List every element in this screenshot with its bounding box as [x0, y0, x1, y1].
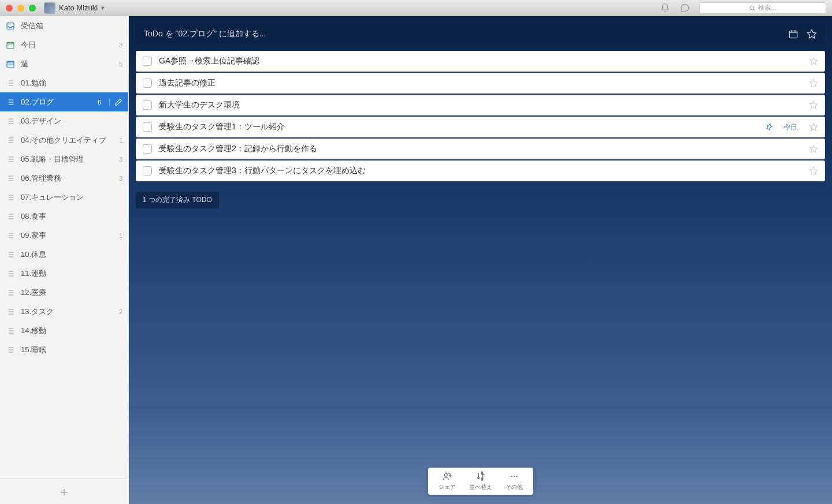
- main-panel: ToDo を "02.ブログ" に追加する... GA参照→検索上位記事確認過去…: [129, 16, 832, 504]
- svg-rect-3: [7, 61, 14, 68]
- todo-checkbox[interactable]: [143, 100, 152, 110]
- sidebar-item-list[interactable]: 14.移動: [0, 321, 128, 340]
- sidebar-item-label: 07.キュレーション: [21, 192, 117, 203]
- todo-item[interactable]: 過去記事の修正: [136, 73, 825, 94]
- list-icon: [6, 136, 15, 145]
- todo-item[interactable]: 受験生のタスク管理3：行動パターンにタスクを埋め込む: [136, 160, 825, 181]
- titlebar: Kato Mizuki ▼ 検索...: [0, 0, 832, 16]
- svg-rect-1: [7, 23, 14, 29]
- star-icon[interactable]: [807, 29, 817, 39]
- plus-icon: ＋: [58, 483, 70, 501]
- list-icon: [6, 117, 15, 126]
- todo-checkbox[interactable]: [143, 122, 152, 132]
- window-controls: [6, 5, 36, 12]
- sidebar-item-count: 3: [119, 175, 122, 182]
- completed-label: 1 つの完了済み TODO: [143, 196, 212, 204]
- list-icon: [6, 345, 15, 354]
- sidebar-item-inbox[interactable]: 受信箱: [0, 16, 128, 35]
- sort-button[interactable]: AZ 並べ替え: [464, 471, 497, 491]
- more-label: その他: [506, 483, 523, 491]
- avatar[interactable]: [44, 2, 55, 14]
- todo-item[interactable]: GA参照→検索上位記事確認: [136, 51, 825, 72]
- list-icon: [6, 174, 15, 183]
- sidebar-item-week[interactable]: 週 5: [0, 54, 128, 73]
- sidebar-item-list[interactable]: 04.その他クリエイティブ1: [0, 130, 128, 150]
- sidebar-item-label: 02.ブログ: [21, 97, 92, 107]
- list-icon: [6, 212, 15, 221]
- star-icon[interactable]: [809, 166, 818, 176]
- sort-label: 並べ替え: [469, 483, 492, 491]
- svg-point-0: [750, 6, 754, 10]
- sidebar-item-label: 10.休息: [21, 249, 117, 260]
- list-icon: [6, 307, 15, 316]
- sidebar-item-list[interactable]: 10.休息: [0, 245, 128, 264]
- todo-checkbox[interactable]: [143, 79, 152, 88]
- star-icon[interactable]: [809, 122, 818, 132]
- sidebar-item-label: 04.その他クリエイティブ: [21, 135, 113, 145]
- sidebar-item-label: 05.戦略・目標管理: [21, 154, 113, 165]
- sidebar-item-list[interactable]: 11.運動: [0, 264, 128, 283]
- list-icon: [6, 155, 15, 164]
- sidebar-item-label: 週: [21, 59, 113, 69]
- sidebar-item-list[interactable]: 05.戦略・目標管理3: [0, 150, 128, 169]
- calendar-week-icon: [6, 59, 15, 69]
- todo-title: 新大学生のデスク環境: [159, 100, 797, 110]
- todo-title: 受験生のタスク管理2：記録から行動を作る: [159, 144, 797, 154]
- edit-list-icon[interactable]: [109, 98, 122, 106]
- close-window-button[interactable]: [6, 5, 13, 12]
- sidebar-item-label: 今日: [21, 40, 113, 50]
- chat-icon[interactable]: [679, 3, 690, 13]
- add-todo-placeholder: ToDo を "02.ブログ" に追加する...: [144, 29, 780, 39]
- sidebar-item-list[interactable]: 03.デザイン: [0, 111, 128, 130]
- sidebar-item-today[interactable]: 今日 3: [0, 35, 128, 54]
- account-menu[interactable]: Kato Mizuki ▼: [59, 3, 105, 12]
- add-todo-input[interactable]: ToDo を "02.ブログ" に追加する...: [136, 23, 825, 45]
- search-input[interactable]: 検索...: [699, 2, 826, 14]
- pin-icon: [765, 123, 773, 131]
- minimize-window-button[interactable]: [17, 5, 24, 12]
- sidebar-item-list[interactable]: 15.睡眠: [0, 340, 128, 359]
- todo-title: GA参照→検索上位記事確認: [159, 56, 797, 66]
- todo-checkbox[interactable]: [143, 144, 152, 154]
- sidebar-item-label: 08.食事: [21, 211, 117, 222]
- svg-text:A: A: [481, 472, 482, 475]
- list-icon: [6, 231, 15, 240]
- todo-title: 受験生のタスク管理1：ツール紹介: [159, 122, 758, 132]
- sidebar-item-list[interactable]: 13.タスク2: [0, 302, 128, 321]
- svg-rect-2: [7, 42, 14, 48]
- sidebar-item-list[interactable]: 12.医療: [0, 283, 128, 302]
- todo-item[interactable]: 受験生のタスク管理1：ツール紹介今日: [136, 117, 825, 137]
- sidebar-item-count: 6: [98, 99, 101, 106]
- star-icon[interactable]: [809, 144, 818, 154]
- sidebar-item-list[interactable]: 02.ブログ6: [0, 92, 128, 111]
- todo-checkbox[interactable]: [143, 166, 152, 176]
- sidebar-item-list[interactable]: 01.勉強: [0, 73, 128, 92]
- todo-item[interactable]: 新大学生のデスク環境: [136, 95, 825, 115]
- share-button[interactable]: シェア: [430, 471, 464, 491]
- sidebar-item-list[interactable]: 07.キュレーション: [0, 188, 128, 207]
- list-icon: [6, 79, 15, 88]
- bottom-toolbar: シェア AZ 並べ替え その他: [428, 468, 533, 495]
- todo-item[interactable]: 受験生のタスク管理2：記録から行動を作る: [136, 139, 825, 159]
- sidebar-list: 受信箱 今日 3 週 5 01.勉強02.ブログ603.デザイン04.その他クリ…: [0, 16, 128, 479]
- date-picker-icon[interactable]: [788, 29, 798, 39]
- star-icon[interactable]: [809, 100, 818, 110]
- todo-due-label: 今日: [783, 122, 797, 132]
- sidebar-item-count: 1: [119, 232, 122, 239]
- star-icon[interactable]: [809, 79, 818, 88]
- sidebar-item-list[interactable]: 06.管理業務3: [0, 169, 128, 188]
- sidebar-item-list[interactable]: 09.家事1: [0, 226, 128, 245]
- zoom-window-button[interactable]: [29, 5, 36, 12]
- star-icon[interactable]: [809, 57, 818, 66]
- completed-todos-toggle[interactable]: 1 つの完了済み TODO: [136, 192, 219, 208]
- sidebar-item-list[interactable]: 08.食事: [0, 207, 128, 226]
- more-button[interactable]: その他: [497, 471, 531, 491]
- list-icon: [6, 269, 15, 278]
- bell-icon[interactable]: [660, 3, 670, 13]
- sidebar-item-label: 15.睡眠: [21, 345, 117, 355]
- todo-checkbox[interactable]: [143, 57, 152, 66]
- list-icon: [6, 193, 15, 202]
- sidebar-item-label: 13.タスク: [21, 307, 113, 317]
- list-icon: [6, 250, 15, 259]
- add-list-button[interactable]: ＋: [0, 479, 128, 504]
